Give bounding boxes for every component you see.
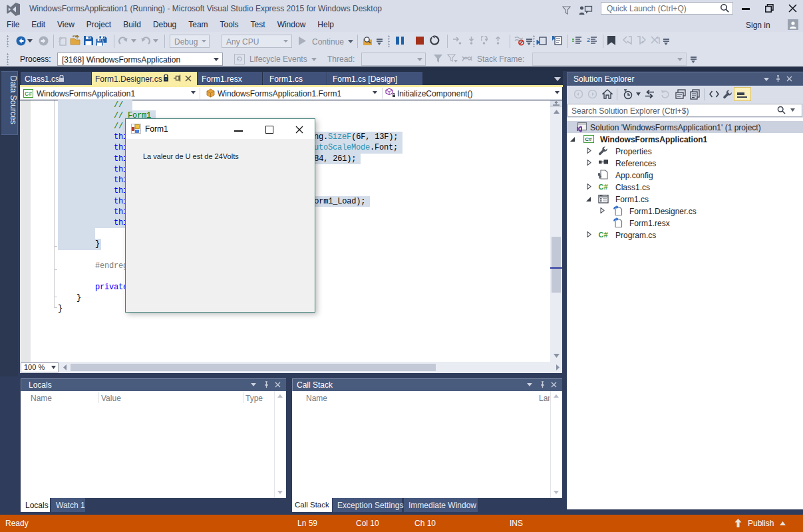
svg-text:C#: C#: [599, 183, 608, 191]
svg-text:C#: C#: [599, 231, 608, 239]
svg-text:C#: C#: [585, 136, 592, 142]
svg-text:C#: C#: [25, 90, 32, 97]
svg-text:2: 2: [587, 37, 590, 43]
